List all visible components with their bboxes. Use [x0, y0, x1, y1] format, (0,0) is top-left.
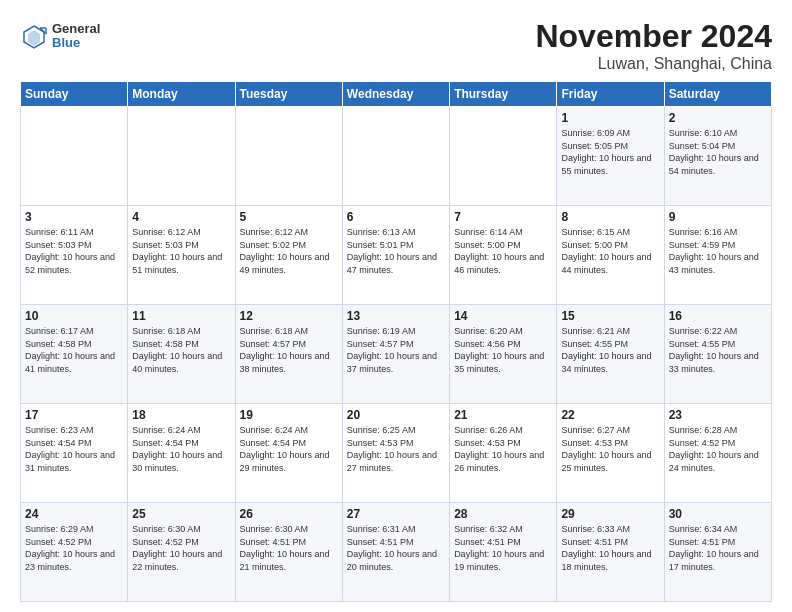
- day-info: Sunrise: 6:30 AMSunset: 4:51 PMDaylight:…: [240, 524, 330, 572]
- day-info: Sunrise: 6:18 AMSunset: 4:57 PMDaylight:…: [240, 326, 330, 374]
- day-info: Sunrise: 6:24 AMSunset: 4:54 PMDaylight:…: [240, 425, 330, 473]
- calendar-header: SundayMondayTuesdayWednesdayThursdayFrid…: [21, 82, 772, 107]
- day-info: Sunrise: 6:23 AMSunset: 4:54 PMDaylight:…: [25, 425, 115, 473]
- day-info: Sunrise: 6:09 AMSunset: 5:05 PMDaylight:…: [561, 128, 651, 176]
- day-cell: 13Sunrise: 6:19 AMSunset: 4:57 PMDayligh…: [342, 305, 449, 404]
- calendar-body: 1Sunrise: 6:09 AMSunset: 5:05 PMDaylight…: [21, 107, 772, 602]
- day-cell: 12Sunrise: 6:18 AMSunset: 4:57 PMDayligh…: [235, 305, 342, 404]
- day-cell: 28Sunrise: 6:32 AMSunset: 4:51 PMDayligh…: [450, 503, 557, 602]
- day-info: Sunrise: 6:33 AMSunset: 4:51 PMDaylight:…: [561, 524, 651, 572]
- day-info: Sunrise: 6:21 AMSunset: 4:55 PMDaylight:…: [561, 326, 651, 374]
- day-cell: [342, 107, 449, 206]
- day-number: 13: [347, 309, 445, 323]
- day-info: Sunrise: 6:27 AMSunset: 4:53 PMDaylight:…: [561, 425, 651, 473]
- day-cell: 30Sunrise: 6:34 AMSunset: 4:51 PMDayligh…: [664, 503, 771, 602]
- day-number: 15: [561, 309, 659, 323]
- day-cell: [128, 107, 235, 206]
- day-number: 24: [25, 507, 123, 521]
- logo-icon: [20, 22, 48, 50]
- day-info: Sunrise: 6:15 AMSunset: 5:00 PMDaylight:…: [561, 227, 651, 275]
- day-info: Sunrise: 6:29 AMSunset: 4:52 PMDaylight:…: [25, 524, 115, 572]
- day-info: Sunrise: 6:16 AMSunset: 4:59 PMDaylight:…: [669, 227, 759, 275]
- day-number: 4: [132, 210, 230, 224]
- header-tuesday: Tuesday: [235, 82, 342, 107]
- day-number: 10: [25, 309, 123, 323]
- day-info: Sunrise: 6:25 AMSunset: 4:53 PMDaylight:…: [347, 425, 437, 473]
- day-cell: 20Sunrise: 6:25 AMSunset: 4:53 PMDayligh…: [342, 404, 449, 503]
- day-number: 9: [669, 210, 767, 224]
- day-info: Sunrise: 6:24 AMSunset: 4:54 PMDaylight:…: [132, 425, 222, 473]
- day-cell: 27Sunrise: 6:31 AMSunset: 4:51 PMDayligh…: [342, 503, 449, 602]
- header: General Blue November 2024 Luwan, Shangh…: [20, 18, 772, 73]
- day-cell: 17Sunrise: 6:23 AMSunset: 4:54 PMDayligh…: [21, 404, 128, 503]
- day-number: 26: [240, 507, 338, 521]
- day-info: Sunrise: 6:10 AMSunset: 5:04 PMDaylight:…: [669, 128, 759, 176]
- day-number: 21: [454, 408, 552, 422]
- day-info: Sunrise: 6:20 AMSunset: 4:56 PMDaylight:…: [454, 326, 544, 374]
- day-cell: [450, 107, 557, 206]
- day-cell: 15Sunrise: 6:21 AMSunset: 4:55 PMDayligh…: [557, 305, 664, 404]
- day-number: 11: [132, 309, 230, 323]
- day-info: Sunrise: 6:12 AMSunset: 5:03 PMDaylight:…: [132, 227, 222, 275]
- day-info: Sunrise: 6:30 AMSunset: 4:52 PMDaylight:…: [132, 524, 222, 572]
- day-number: 27: [347, 507, 445, 521]
- day-number: 19: [240, 408, 338, 422]
- day-cell: [21, 107, 128, 206]
- page-subtitle: Luwan, Shanghai, China: [535, 55, 772, 73]
- header-thursday: Thursday: [450, 82, 557, 107]
- day-cell: [235, 107, 342, 206]
- week-row-2: 10Sunrise: 6:17 AMSunset: 4:58 PMDayligh…: [21, 305, 772, 404]
- day-number: 20: [347, 408, 445, 422]
- day-info: Sunrise: 6:13 AMSunset: 5:01 PMDaylight:…: [347, 227, 437, 275]
- day-cell: 2Sunrise: 6:10 AMSunset: 5:04 PMDaylight…: [664, 107, 771, 206]
- logo-general: General: [52, 22, 100, 36]
- day-number: 29: [561, 507, 659, 521]
- day-cell: 19Sunrise: 6:24 AMSunset: 4:54 PMDayligh…: [235, 404, 342, 503]
- day-cell: 25Sunrise: 6:30 AMSunset: 4:52 PMDayligh…: [128, 503, 235, 602]
- day-info: Sunrise: 6:19 AMSunset: 4:57 PMDaylight:…: [347, 326, 437, 374]
- day-cell: 23Sunrise: 6:28 AMSunset: 4:52 PMDayligh…: [664, 404, 771, 503]
- day-cell: 5Sunrise: 6:12 AMSunset: 5:02 PMDaylight…: [235, 206, 342, 305]
- day-cell: 26Sunrise: 6:30 AMSunset: 4:51 PMDayligh…: [235, 503, 342, 602]
- day-cell: 16Sunrise: 6:22 AMSunset: 4:55 PMDayligh…: [664, 305, 771, 404]
- day-number: 2: [669, 111, 767, 125]
- header-sunday: Sunday: [21, 82, 128, 107]
- day-cell: 21Sunrise: 6:26 AMSunset: 4:53 PMDayligh…: [450, 404, 557, 503]
- day-cell: 14Sunrise: 6:20 AMSunset: 4:56 PMDayligh…: [450, 305, 557, 404]
- day-cell: 24Sunrise: 6:29 AMSunset: 4:52 PMDayligh…: [21, 503, 128, 602]
- day-cell: 11Sunrise: 6:18 AMSunset: 4:58 PMDayligh…: [128, 305, 235, 404]
- day-number: 3: [25, 210, 123, 224]
- header-monday: Monday: [128, 82, 235, 107]
- week-row-3: 17Sunrise: 6:23 AMSunset: 4:54 PMDayligh…: [21, 404, 772, 503]
- logo-text: General Blue: [52, 22, 100, 51]
- day-info: Sunrise: 6:18 AMSunset: 4:58 PMDaylight:…: [132, 326, 222, 374]
- day-info: Sunrise: 6:11 AMSunset: 5:03 PMDaylight:…: [25, 227, 115, 275]
- day-cell: 3Sunrise: 6:11 AMSunset: 5:03 PMDaylight…: [21, 206, 128, 305]
- day-number: 12: [240, 309, 338, 323]
- day-cell: 8Sunrise: 6:15 AMSunset: 5:00 PMDaylight…: [557, 206, 664, 305]
- day-number: 8: [561, 210, 659, 224]
- day-number: 22: [561, 408, 659, 422]
- day-cell: 10Sunrise: 6:17 AMSunset: 4:58 PMDayligh…: [21, 305, 128, 404]
- day-cell: 22Sunrise: 6:27 AMSunset: 4:53 PMDayligh…: [557, 404, 664, 503]
- day-number: 6: [347, 210, 445, 224]
- title-block: November 2024 Luwan, Shanghai, China: [535, 18, 772, 73]
- page: General Blue November 2024 Luwan, Shangh…: [0, 0, 792, 612]
- day-info: Sunrise: 6:34 AMSunset: 4:51 PMDaylight:…: [669, 524, 759, 572]
- day-number: 16: [669, 309, 767, 323]
- day-info: Sunrise: 6:17 AMSunset: 4:58 PMDaylight:…: [25, 326, 115, 374]
- header-wednesday: Wednesday: [342, 82, 449, 107]
- day-number: 28: [454, 507, 552, 521]
- day-number: 18: [132, 408, 230, 422]
- day-cell: 9Sunrise: 6:16 AMSunset: 4:59 PMDaylight…: [664, 206, 771, 305]
- day-number: 7: [454, 210, 552, 224]
- header-row: SundayMondayTuesdayWednesdayThursdayFrid…: [21, 82, 772, 107]
- day-cell: 7Sunrise: 6:14 AMSunset: 5:00 PMDaylight…: [450, 206, 557, 305]
- day-info: Sunrise: 6:22 AMSunset: 4:55 PMDaylight:…: [669, 326, 759, 374]
- page-title: November 2024: [535, 18, 772, 55]
- day-info: Sunrise: 6:28 AMSunset: 4:52 PMDaylight:…: [669, 425, 759, 473]
- day-cell: 4Sunrise: 6:12 AMSunset: 5:03 PMDaylight…: [128, 206, 235, 305]
- logo: General Blue: [20, 22, 100, 51]
- header-friday: Friday: [557, 82, 664, 107]
- day-info: Sunrise: 6:14 AMSunset: 5:00 PMDaylight:…: [454, 227, 544, 275]
